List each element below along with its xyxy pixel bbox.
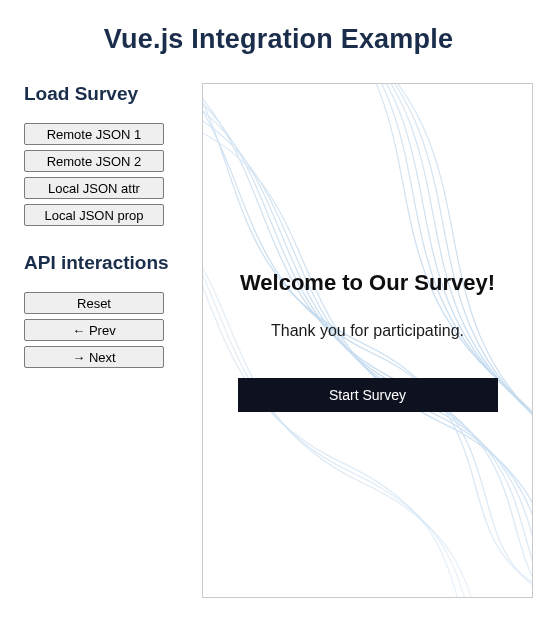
api-buttons-group: Reset ← Prev → Next bbox=[24, 292, 184, 368]
remote-json-1-button[interactable]: Remote JSON 1 bbox=[24, 123, 164, 145]
page-title: Vue.js Integration Example bbox=[24, 24, 533, 55]
next-button[interactable]: → Next bbox=[24, 346, 164, 368]
reset-button[interactable]: Reset bbox=[24, 292, 164, 314]
start-survey-button[interactable]: Start Survey bbox=[238, 378, 498, 412]
prev-button[interactable]: ← Prev bbox=[24, 319, 164, 341]
remote-json-2-button[interactable]: Remote JSON 2 bbox=[24, 150, 164, 172]
api-interactions-heading: API interactions bbox=[24, 252, 184, 274]
survey-panel: Welcome to Our Survey! Thank you for par… bbox=[202, 83, 533, 598]
local-json-attr-button[interactable]: Local JSON attr bbox=[24, 177, 164, 199]
local-json-prop-button[interactable]: Local JSON prop bbox=[24, 204, 164, 226]
survey-welcome-title: Welcome to Our Survey! bbox=[240, 270, 495, 296]
survey-content: Welcome to Our Survey! Thank you for par… bbox=[203, 84, 532, 597]
sidebar: Load Survey Remote JSON 1 Remote JSON 2 … bbox=[24, 83, 184, 368]
load-survey-heading: Load Survey bbox=[24, 83, 184, 105]
survey-welcome-text: Thank you for participating. bbox=[271, 322, 464, 340]
load-buttons-group: Remote JSON 1 Remote JSON 2 Local JSON a… bbox=[24, 123, 184, 226]
